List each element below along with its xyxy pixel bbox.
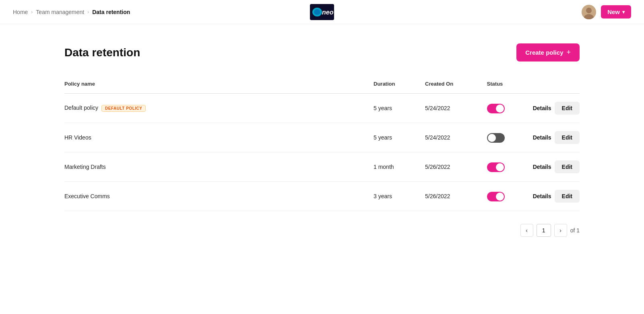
duration-cell: 1 month [374, 152, 425, 182]
plus-icon: + [566, 48, 571, 57]
table-header-row: Policy name Duration Created On Status [64, 81, 580, 94]
col-header-actions [518, 81, 580, 94]
page-of-label: of 1 [570, 227, 580, 234]
status-cell [487, 182, 518, 211]
status-toggle[interactable] [487, 133, 505, 143]
toggle-knob [496, 105, 504, 113]
status-toggle[interactable] [487, 104, 505, 113]
policy-name-cell: Marketing Drafts [64, 152, 374, 182]
status-cell [487, 152, 518, 182]
policy-name-cell: Default policyDEFAULT POLICY [64, 94, 374, 123]
col-header-duration: Duration [374, 81, 425, 94]
policy-name: Executive Comms [64, 193, 110, 199]
toggle-knob [496, 193, 504, 201]
page-header: Data retention Create policy + [64, 43, 580, 62]
col-header-status: Status [487, 81, 518, 94]
new-button[interactable]: New ▾ [601, 5, 631, 18]
avatar[interactable] [582, 5, 596, 19]
edit-button[interactable]: Edit [555, 160, 580, 173]
breadcrumb-team-management[interactable]: Team management [36, 9, 84, 15]
breadcrumb-home[interactable]: Home [13, 9, 28, 15]
actions-cell: DetailsEdit [518, 94, 580, 123]
created-on-cell: 5/24/2022 [425, 123, 487, 152]
col-header-policy-name: Policy name [64, 81, 374, 94]
header-right: New ▾ [582, 5, 631, 19]
breadcrumb-sep-2: › [87, 9, 89, 15]
created-on-cell: 5/24/2022 [425, 94, 487, 123]
status-toggle[interactable] [487, 192, 505, 201]
details-button[interactable]: Details [533, 134, 551, 141]
main-content: Data retention Create policy + Policy na… [32, 24, 612, 256]
prev-page-button[interactable]: ‹ [520, 224, 533, 237]
svg-point-5 [586, 8, 592, 13]
chevron-down-icon: ▾ [622, 9, 625, 15]
svg-point-2 [314, 9, 320, 15]
policy-name: Default policy [64, 105, 98, 111]
table-row: Marketing Drafts1 month5/26/2022DetailsE… [64, 152, 580, 182]
duration-cell: 5 years [374, 94, 425, 123]
create-policy-button[interactable]: Create policy + [516, 43, 580, 62]
created-on-cell: 5/26/2022 [425, 152, 487, 182]
table-row: HR Videos5 years5/24/2022DetailsEdit [64, 123, 580, 152]
table-row: Executive Comms3 years5/26/2022DetailsEd… [64, 182, 580, 211]
default-policy-badge: DEFAULT POLICY [101, 105, 146, 112]
toggle-knob [496, 163, 504, 171]
logo: neo [310, 4, 334, 20]
status-cell [487, 123, 518, 152]
current-page-input[interactable] [537, 224, 551, 237]
svg-text:neo: neo [322, 9, 334, 16]
policy-name-cell: Executive Comms [64, 182, 374, 211]
policy-name: Marketing Drafts [64, 164, 106, 170]
status-toggle[interactable] [487, 162, 505, 172]
created-on-cell: 5/26/2022 [425, 182, 487, 211]
action-group: DetailsEdit [518, 190, 580, 203]
policies-table: Policy name Duration Created On Status D… [64, 81, 580, 211]
breadcrumb-sep-1: › [31, 9, 33, 15]
page-title: Data retention [64, 46, 140, 59]
actions-cell: DetailsEdit [518, 152, 580, 182]
edit-button[interactable]: Edit [555, 131, 580, 144]
breadcrumb-current: Data retention [92, 9, 130, 15]
action-group: DetailsEdit [518, 131, 580, 144]
logo-svg: neo [310, 4, 334, 20]
details-button[interactable]: Details [533, 193, 551, 199]
status-cell [487, 94, 518, 123]
details-button[interactable]: Details [533, 164, 551, 170]
actions-cell: DetailsEdit [518, 182, 580, 211]
breadcrumb: Home › Team management › Data retention [13, 9, 130, 15]
next-page-button[interactable]: › [554, 224, 567, 237]
policy-name: HR Videos [64, 134, 91, 141]
duration-cell: 3 years [374, 182, 425, 211]
col-header-created-on: Created On [425, 81, 487, 94]
action-group: DetailsEdit [518, 102, 580, 115]
action-group: DetailsEdit [518, 160, 580, 173]
actions-cell: DetailsEdit [518, 123, 580, 152]
edit-button[interactable]: Edit [555, 102, 580, 115]
details-button[interactable]: Details [533, 105, 551, 111]
table-row: Default policyDEFAULT POLICY5 years5/24/… [64, 94, 580, 123]
duration-cell: 5 years [374, 123, 425, 152]
edit-button[interactable]: Edit [555, 190, 580, 203]
toggle-knob [488, 134, 496, 142]
header: Home › Team management › Data retention … [0, 0, 644, 24]
pagination: ‹ › of 1 [64, 224, 580, 237]
policy-name-cell: HR Videos [64, 123, 374, 152]
